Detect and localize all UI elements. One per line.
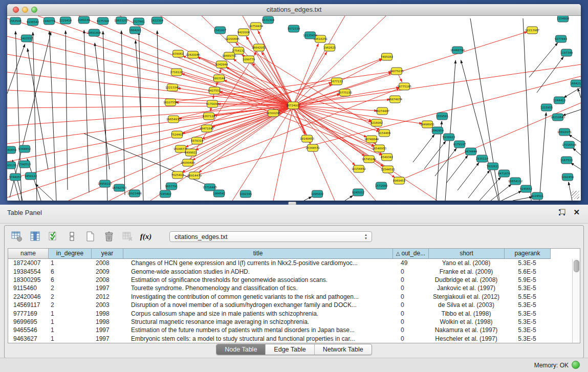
table-row[interactable]: 1456911722003Disruption of a novel membe…: [8, 301, 573, 309]
column-header-year[interactable]: year: [92, 249, 123, 259]
network-node[interactable]: 20691406: [87, 29, 101, 36]
network-node-selected[interactable]: 9422006: [237, 29, 250, 36]
network-node[interactable]: 7245402: [159, 190, 172, 198]
column-header-short[interactable]: short: [429, 249, 505, 259]
network-node-selected[interactable]: 7485083: [381, 53, 394, 60]
network-node[interactable]: 2450122: [25, 172, 37, 180]
network-node[interactable]: 16958107: [98, 180, 112, 187]
network-node-selected[interactable]: 15344571: [306, 144, 320, 151]
network-node[interactable]: 16448794: [450, 47, 465, 54]
network-node-selected[interactable]: 12213987: [525, 27, 539, 34]
table-settings-icon[interactable]: [11, 230, 23, 243]
network-node[interactable]: 1664091: [129, 27, 142, 34]
function-builder-icon[interactable]: f(x): [140, 230, 152, 243]
network-node-selected[interactable]: 18496951: [420, 121, 434, 128]
network-node-selected[interactable]: 8216062: [371, 119, 383, 126]
network-node[interactable]: 9245652: [520, 185, 533, 192]
network-node[interactable]: 17016504: [562, 141, 576, 148]
network-node[interactable]: 5572339: [288, 25, 300, 32]
network-node[interactable]: 2069140: [78, 16, 91, 24]
table-row[interactable]: 2242004622012Investigating the contribut…: [8, 293, 573, 301]
network-node[interactable]: 1244413: [553, 97, 566, 104]
table-vertical-scrollbar[interactable]: [572, 259, 580, 343]
network-node-selected[interactable]: 18107554: [163, 99, 178, 106]
delete-column-icon[interactable]: [103, 230, 115, 243]
network-node[interactable]: 9344652: [18, 145, 31, 152]
network-node-selected[interactable]: 18775165: [397, 83, 411, 90]
network-window-titlebar[interactable]: citations_edges.txt: [7, 4, 581, 16]
network-node[interactable]: 8024501: [531, 192, 544, 200]
network-node-selected[interactable]: 18471845: [200, 125, 214, 132]
network-node-selected[interactable]: 15775155: [338, 89, 352, 96]
network-node[interactable]: 1064542: [213, 190, 226, 197]
network-node-selected[interactable]: 1962625: [323, 44, 336, 51]
memory-ok-indicator[interactable]: [572, 361, 580, 369]
network-node[interactable]: 1092450: [561, 173, 574, 181]
network-node-selected[interactable]: 5878314: [191, 137, 204, 144]
table-row[interactable]: 946554611997Estimation of the future num…: [8, 326, 573, 334]
table-row[interactable]: 946362711997Embryonic stem cells: a mode…: [8, 335, 573, 343]
network-node[interactable]: 1563546: [9, 17, 22, 25]
network-node-selected[interactable]: 22420046: [186, 51, 200, 58]
network-node[interactable]: 1571640: [375, 182, 388, 189]
network-node-selected[interactable]: 12200685: [225, 35, 239, 42]
network-node-selected[interactable]: 16914479: [187, 172, 202, 179]
table-row[interactable]: 1830029562008Estimation of significance …: [8, 276, 573, 284]
network-node-selected[interactable]: 939061: [173, 50, 184, 57]
network-node[interactable]: 1095432: [311, 190, 324, 198]
column-visibility-icon[interactable]: [29, 230, 41, 243]
network-node[interactable]: 9277443: [555, 35, 568, 42]
table-row[interactable]: 977716911998Corpus callosum shape and si…: [8, 309, 573, 317]
network-node[interactable]: 1092345: [239, 190, 252, 198]
network-node[interactable]: 9657791: [165, 183, 178, 190]
column-header-title[interactable]: title: [123, 249, 393, 259]
network-node[interactable]: 2229414: [59, 17, 72, 24]
network-node-selected[interactable]: 18300295: [266, 110, 280, 117]
network-node[interactable]: 5905135: [7, 162, 17, 169]
network-node[interactable]: 2935114: [476, 155, 489, 162]
network-node-selected[interactable]: 10154452: [352, 165, 366, 172]
network-node[interactable]: 1403557: [20, 35, 33, 42]
network-node-selected[interactable]: 7625402: [171, 171, 184, 179]
row-selection-icon[interactable]: [48, 230, 60, 243]
close-panel-icon[interactable]: ✕: [573, 208, 580, 216]
network-node[interactable]: 1215955: [540, 104, 553, 111]
network-node-selected[interactable]: 16874874: [388, 96, 402, 103]
network-node[interactable]: 9744052: [9, 173, 22, 181]
network-node-selected[interactable]: 10754434: [249, 23, 263, 30]
network-node[interactable]: 1812304: [151, 17, 164, 24]
table-selector-dropdown[interactable]: citations_edges.txt ▲▼: [169, 231, 372, 242]
network-node-selected[interactable]: 19489751: [222, 52, 236, 59]
network-node[interactable]: 10653257: [114, 17, 128, 24]
network-node[interactable]: 16782753: [112, 184, 126, 191]
column-header-in_degree[interactable]: in_degree: [49, 249, 92, 259]
network-node[interactable]: 8175304: [97, 17, 110, 25]
network-node-selected[interactable]: 8499822: [185, 149, 198, 156]
resize-grip-icon[interactable]: [571, 191, 579, 199]
network-node-selected[interactable]: 2803144: [213, 75, 226, 82]
network-node[interactable]: 1167533: [560, 157, 573, 164]
network-node[interactable]: 6179197: [453, 141, 466, 148]
network-node[interactable]: 9474444: [465, 148, 477, 155]
tab-network-table[interactable]: Network Table: [315, 344, 372, 355]
network-node-selected[interactable]: 9154469: [378, 129, 391, 137]
network-node-selected[interactable]: 14875035: [389, 68, 404, 75]
network-node[interactable]: 9036542: [27, 18, 39, 26]
network-node-selected[interactable]: 19654933: [166, 116, 181, 123]
network-node-selected[interactable]: 16074487: [375, 107, 389, 115]
network-node-selected[interactable]: 8267120: [203, 113, 215, 120]
network-node[interactable]: 15692971: [557, 128, 572, 136]
delete-table-icon[interactable]: [121, 230, 134, 243]
tab-node-table[interactable]: Node Table: [216, 344, 266, 355]
network-node-selected[interactable]: 2718120: [170, 69, 183, 76]
network-node-selected[interactable]: 12544511: [381, 166, 395, 173]
network-node[interactable]: 12125434: [303, 32, 317, 39]
network-node[interactable]: 8471676: [498, 170, 511, 177]
table-row[interactable]: 1938455462009Genome-wide association stu…: [8, 267, 573, 275]
network-node-selected[interactable]: 18724007: [286, 102, 300, 109]
table-row[interactable]: 969969511998Structural magnetic resonanc…: [8, 318, 573, 326]
network-node-selected[interactable]: 19148453: [300, 135, 314, 142]
network-canvas[interactable]: 1872400718300295224200469390612718120122…: [7, 16, 581, 201]
column-header-out_degree[interactable]: △out_de...: [393, 249, 429, 259]
network-node[interactable]: 9245012: [352, 189, 365, 196]
